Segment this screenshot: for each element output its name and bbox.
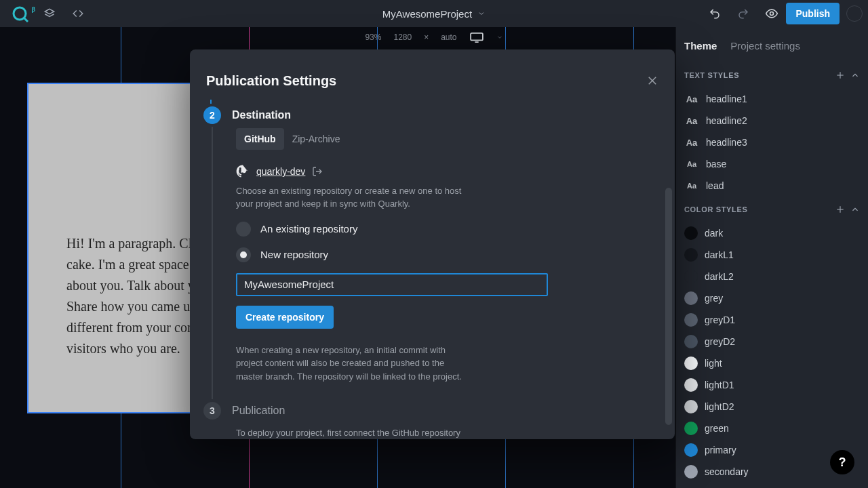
text-styles-header: TEXT STYLES — [684, 71, 739, 79]
color-style-label: light — [705, 358, 722, 369]
repo-name-input[interactable] — [236, 273, 548, 296]
publication-hint: To deploy your project, first connect th… — [190, 424, 675, 438]
undo-icon[interactable] — [701, 3, 729, 24]
color-style-item[interactable]: lightD1 — [676, 374, 868, 396]
text-style-item[interactable]: Aaheadline2 — [676, 110, 868, 131]
color-style-label: dark — [705, 228, 723, 239]
modal-title: Publication Settings — [206, 73, 336, 89]
step-2-title: Destination — [232, 109, 291, 121]
text-style-item[interactable]: Aaheadline3 — [676, 131, 868, 153]
color-style-label: greyD2 — [705, 336, 735, 347]
help-button[interactable]: ? — [830, 450, 854, 474]
scrollbar[interactable] — [665, 188, 672, 425]
color-swatch — [684, 226, 698, 240]
text-style-label: headline1 — [706, 94, 747, 104]
add-text-style-icon[interactable] — [835, 70, 845, 80]
redo-icon[interactable] — [729, 3, 757, 24]
svg-marker-1 — [45, 9, 54, 14]
color-style-item[interactable]: lightD2 — [676, 396, 868, 418]
github-icon — [236, 165, 250, 178]
radio-new-repo[interactable]: New repository — [236, 247, 658, 262]
text-style-label: headline2 — [706, 115, 747, 126]
create-repository-button[interactable]: Create repository — [236, 306, 334, 329]
text-style-label: base — [706, 159, 726, 169]
text-style-label: headline3 — [706, 137, 747, 148]
destination-tab-github[interactable]: GitHub — [236, 128, 284, 150]
logout-icon[interactable] — [312, 166, 323, 177]
tab-project-settings[interactable]: Project settings — [730, 40, 800, 52]
project-selector[interactable]: MyAwesomeProject — [372, 0, 496, 27]
side-panel: Theme Project settings TEXT STYLES Aahea… — [675, 27, 868, 488]
radio-existing-repo[interactable]: An existing repository — [236, 222, 658, 237]
viewport-height[interactable]: auto — [441, 33, 456, 42]
color-swatch — [684, 378, 698, 392]
choose-repo-hint: Choose an existing repository or create … — [236, 185, 467, 211]
color-styles-header: COLOR STYLES — [684, 205, 747, 214]
color-style-item[interactable]: grey — [676, 287, 868, 309]
color-style-item[interactable]: greyD1 — [676, 309, 868, 331]
collapse-icon[interactable] — [850, 70, 860, 80]
color-swatch — [684, 248, 698, 262]
text-style-icon: Aa — [684, 116, 699, 126]
color-style-label: lightD1 — [705, 380, 734, 390]
color-style-item[interactable]: darkL2 — [676, 266, 868, 287]
color-swatch — [684, 270, 698, 283]
color-swatch — [684, 335, 698, 348]
tab-theme[interactable]: Theme — [684, 40, 717, 52]
text-style-item[interactable]: Aabase — [676, 153, 868, 175]
text-style-icon: Aa — [684, 138, 699, 148]
svg-point-2 — [770, 12, 774, 16]
github-username[interactable]: quarkly-dev — [256, 166, 305, 177]
color-swatch — [684, 313, 698, 327]
color-swatch — [684, 465, 698, 479]
text-style-icon: Aa — [684, 160, 699, 168]
preview-icon[interactable] — [757, 3, 786, 24]
svg-rect-3 — [471, 33, 483, 41]
step-connector — [210, 100, 212, 104]
layers-icon[interactable] — [35, 3, 64, 24]
chevron-down-icon — [477, 9, 486, 18]
step-connector — [212, 127, 213, 399]
app-logo[interactable]: β — [5, 5, 35, 22]
color-style-label: primary — [705, 445, 736, 455]
publication-settings-modal: Publication Settings 2 Destination GitHu… — [190, 49, 675, 439]
destination-tab-zip[interactable]: Zip-Archive — [284, 128, 349, 150]
viewport-width[interactable]: 1280 — [393, 33, 412, 42]
color-swatch — [684, 443, 698, 457]
collapse-icon[interactable] — [850, 205, 860, 214]
publish-button[interactable]: Publish — [786, 3, 840, 24]
color-style-label: green — [705, 423, 729, 434]
color-style-label: darkL2 — [705, 271, 734, 282]
color-style-label: secondary — [705, 466, 749, 477]
color-swatch — [684, 400, 698, 413]
create-repo-hint: When creating a new repository, an initi… — [236, 344, 467, 384]
project-name: MyAwesomeProject — [382, 8, 472, 20]
color-style-item[interactable]: green — [676, 418, 868, 439]
avatar[interactable] — [846, 5, 863, 22]
color-style-item[interactable]: greyD2 — [676, 331, 868, 352]
color-style-label: lightD2 — [705, 401, 734, 412]
radio-icon — [236, 222, 251, 237]
color-style-label: grey — [705, 293, 723, 304]
color-swatch — [684, 291, 698, 305]
code-icon[interactable] — [64, 3, 92, 24]
step-3-badge: 3 — [203, 402, 221, 420]
color-style-label: darkL1 — [705, 249, 734, 260]
text-style-item[interactable]: Aalead — [676, 175, 868, 197]
color-style-item[interactable]: dark — [676, 222, 868, 244]
step-3-title: Publication — [232, 405, 285, 417]
text-style-icon: Aa — [684, 94, 699, 104]
color-swatch — [684, 357, 698, 370]
color-swatch — [684, 422, 698, 435]
device-icon[interactable] — [469, 32, 484, 43]
chevron-down-icon[interactable] — [496, 34, 503, 41]
color-style-item[interactable]: darkL1 — [676, 244, 868, 266]
color-style-label: greyD1 — [705, 314, 735, 325]
add-color-style-icon[interactable] — [835, 205, 845, 214]
color-style-item[interactable]: light — [676, 352, 868, 374]
text-style-label: lead — [706, 180, 724, 191]
close-icon[interactable] — [646, 75, 658, 87]
zoom-level[interactable]: 93% — [365, 33, 381, 42]
text-style-item[interactable]: Aaheadline1 — [676, 88, 868, 110]
radio-icon — [236, 247, 251, 262]
